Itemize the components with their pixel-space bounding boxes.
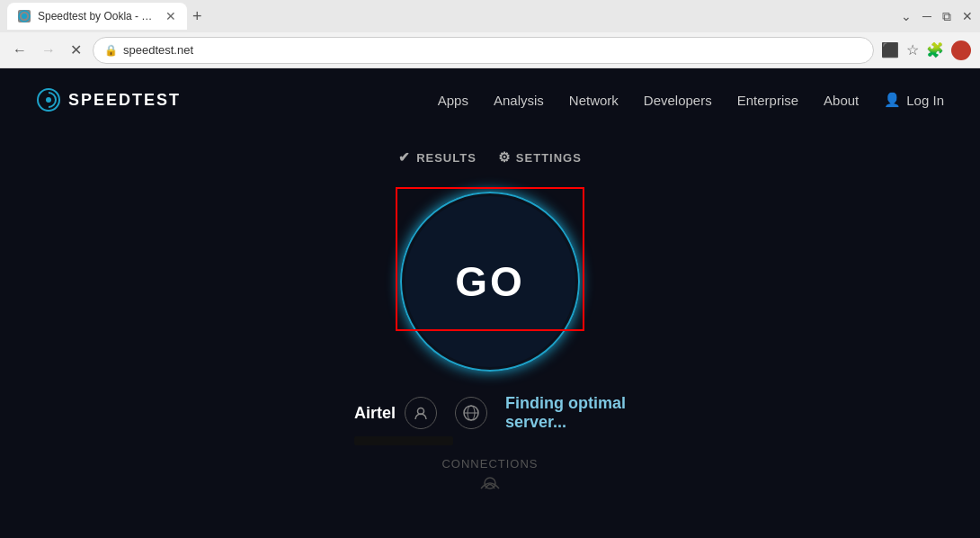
finding-text-line1: Finding optimal [505,394,626,413]
address-bar: ← → ✕ 🔒 speedtest.net ⬛ ☆ 🧩 [0,32,980,68]
finding-text-container: Finding optimal server... [505,394,626,432]
go-label: GO [455,257,525,306]
profile-icon[interactable] [951,40,971,60]
go-ring-container: GO [396,187,584,376]
tab-close-button[interactable]: ✕ [165,9,176,23]
url-box[interactable]: 🔒 speedtest.net [93,37,874,64]
tab-title: Speedtest by Ookla - The Globa [38,10,158,22]
lock-icon: 🔒 [104,44,118,57]
isp-section: Airtel [354,397,437,429]
results-label: RESULTS [416,151,477,165]
save-page-icon[interactable]: ⬛ [881,41,899,58]
connections-icon [477,476,503,490]
url-text: speedtest.net [123,43,193,57]
go-button[interactable]: GO [405,196,575,367]
logo[interactable]: SPEEDTEST [36,87,181,112]
globe-icon [455,397,487,429]
tab-menu-icon[interactable]: ⌄ [901,9,912,23]
address-bar-right: ⬛ ☆ 🧩 [881,40,971,60]
user-icon: 👤 [884,92,901,108]
toolbar-links: ✔ RESULTS ⚙ SETTINGS [398,149,582,166]
logo-text: SPEEDTEST [68,91,181,110]
go-button-container: GO [396,187,584,376]
nav-developers[interactable]: Developers [644,93,712,108]
connections-section: Connections [441,457,538,490]
isp-redacted-bar [354,436,453,445]
logo-icon [36,87,61,112]
finding-text-line2: server... [505,413,626,432]
minimize-icon[interactable]: ─ [922,9,931,23]
active-tab[interactable]: Speedtest by Ookla - The Globa ✕ [7,3,187,30]
server-info: Airtel Finding optimal server. [354,394,626,432]
nav-analysis[interactable]: Analysis [494,93,544,108]
settings-label: SETTINGS [516,151,582,165]
login-label: Log In [906,93,944,108]
tab-bar-controls: ⌄ ─ ⧉ ✕ [901,9,973,24]
tab-favicon [18,10,31,22]
nav-about[interactable]: About [824,93,859,108]
results-link[interactable]: ✔ RESULTS [398,149,477,166]
close-window-icon[interactable]: ✕ [962,9,973,23]
nav-enterprise[interactable]: Enterprise [737,93,798,108]
nav-apps[interactable]: Apps [438,93,468,108]
svg-point-3 [46,97,51,103]
isp-name: Airtel [354,404,396,423]
back-button[interactable]: ← [9,39,31,62]
site-main: ✔ RESULTS ⚙ SETTINGS GO Airtel [0,131,980,538]
reload-button[interactable]: ✕ [67,38,85,62]
star-icon[interactable]: ☆ [906,41,919,58]
settings-link[interactable]: ⚙ SETTINGS [498,149,582,166]
tab-bar: Speedtest by Ookla - The Globa ✕ + ⌄ ─ ⧉… [0,0,980,32]
forward-button[interactable]: → [38,39,59,62]
restore-icon[interactable]: ⧉ [942,9,951,24]
site-content: SPEEDTEST Apps Analysis Network Develope… [0,68,980,538]
svg-point-1 [22,13,27,19]
browser-window: Speedtest by Ookla - The Globa ✕ + ⌄ ─ ⧉… [0,0,980,68]
site-nav: SPEEDTEST Apps Analysis Network Develope… [0,68,980,131]
checkmark-icon: ✔ [398,149,411,166]
login-button[interactable]: 👤 Log In [884,92,944,108]
gear-icon: ⚙ [498,149,511,166]
nav-links: Apps Analysis Network Developers Enterpr… [438,92,944,108]
nav-network[interactable]: Network [569,93,619,108]
isp-user-icon [405,397,437,429]
extensions-icon[interactable]: 🧩 [926,41,944,58]
new-tab-button[interactable]: + [192,8,202,24]
connections-label: Connections [441,457,538,471]
